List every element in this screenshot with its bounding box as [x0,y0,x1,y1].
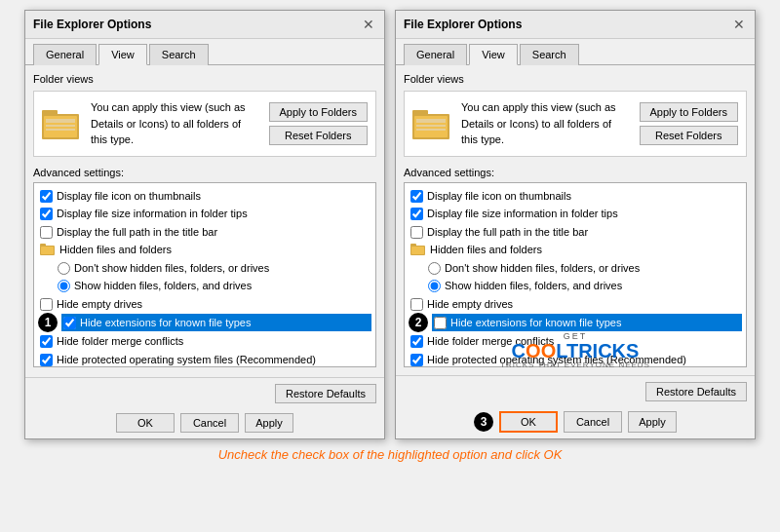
right-folder-views-label: Folder views [404,73,747,85]
right-folder-views-text: You can apply this view (such as Details… [461,99,630,148]
right-setting-label-6: Hide empty drives [427,296,513,313]
left-reset-folders-button[interactable]: Reset Folders [269,126,368,145]
bottom-caption: Uncheck the check box of the highlighted… [10,447,770,462]
left-radio-0[interactable] [58,262,70,275]
right-check-1[interactable] [410,208,423,220]
left-setting-6: Hide empty drives [38,295,371,314]
left-titlebar: File Explorer Options ✕ [25,11,384,39]
right-body: Folder views You can apply this view (su… [396,65,755,375]
right-radio-label-0: Don't show hidden files, folders, or dri… [445,260,640,277]
left-setting-label-0: Display file icon on thumbnails [57,188,201,205]
right-close-button[interactable]: ✕ [731,17,747,32]
right-title: File Explorer Options [404,18,522,31]
left-setting-label-2: Display the full path in the title bar [57,224,217,241]
right-radio-label-1: Show hidden files, folders, and drives [445,278,622,294]
svg-rect-14 [416,129,446,131]
svg-rect-5 [46,129,75,131]
left-setting-label-6: Hide empty drives [57,296,142,313]
left-title: File Explorer Options [33,18,151,31]
left-apply-folders-button[interactable]: Apply to Folders [269,102,368,122]
left-step1-row: 1 Hide extensions for known file types [38,313,371,332]
left-setting-radio-0: Don't show hidden files, folders, or dri… [38,259,371,278]
right-bottom-buttons: 3 OK Cancel Apply [396,407,755,438]
left-tab-general[interactable]: General [33,44,97,65]
left-apply-button[interactable]: Apply [245,413,293,433]
svg-rect-17 [411,247,424,254]
svg-rect-16 [410,244,416,247]
right-folder-group-icon [410,242,426,257]
right-ok-button[interactable]: OK [499,411,558,433]
left-setting-radio-1: Show hidden files, folders, and drives [38,277,371,295]
left-close-button[interactable]: ✕ [361,17,376,32]
right-step3-badge: 3 [474,412,493,432]
left-footer: Restore Defaults [25,377,384,409]
svg-rect-12 [416,119,446,123]
right-dialog: File Explorer Options ✕ General View Sea… [395,10,756,439]
left-tab-view[interactable]: View [98,44,147,65]
right-apply-folders-button[interactable]: Apply to Folders [640,102,738,122]
left-folder-views-text: You can apply this view (such as Details… [91,99,259,148]
logo-main: COOLTRICKS [500,341,650,361]
left-folder-group-icon [40,242,56,257]
right-footer: Restore Defaults [396,375,755,407]
right-restore-defaults-button[interactable]: Restore Defaults [645,382,747,401]
left-tabs: General View Search [25,39,384,65]
right-radio-0[interactable] [428,262,441,275]
svg-rect-1 [42,110,58,116]
right-check-6[interactable] [410,298,423,311]
left-check-0[interactable] [40,190,53,203]
right-step2-row: 2 Hide extensions for known file types [409,313,742,332]
right-setting-6: Hide empty drives [409,295,742,314]
left-setting-label-9: Hide protected operating system files (R… [57,352,316,367]
right-folder-views-buttons: Apply to Folders Reset Folders [640,102,738,145]
left-folder-views-buttons: Apply to Folders Reset Folders [269,102,368,145]
right-advanced-label: Advanced settings: [404,167,747,178]
left-cancel-button[interactable]: Cancel [180,413,239,433]
svg-rect-10 [412,110,428,116]
left-setting-1: Display file size information in folder … [38,205,371,223]
left-advanced-label: Advanced settings: [33,167,376,178]
right-cancel-button[interactable]: Cancel [564,411,622,433]
left-setting-2: Display the full path in the title bar [38,223,371,242]
right-tab-view[interactable]: View [469,44,518,65]
right-check-7[interactable] [434,317,447,329]
right-folder-views-section: You can apply this view (such as Details… [404,91,747,157]
left-tab-search[interactable]: Search [149,44,209,65]
right-step2-badge: 2 [409,313,428,332]
left-folder-views-label: Folder views [33,73,376,85]
left-setting-8: Hide folder merge conflicts [38,332,371,351]
right-tab-search[interactable]: Search [520,44,579,65]
left-check-9[interactable] [40,354,53,366]
right-tab-general[interactable]: General [404,44,467,65]
left-ok-button[interactable]: OK [116,413,175,433]
left-body: Folder views You can apply this view (su… [25,65,384,377]
left-dialog: File Explorer Options ✕ General View Sea… [24,10,385,439]
right-apply-button[interactable]: Apply [628,411,677,433]
right-setting-label-2: Display the full path in the title bar [427,224,588,241]
left-setting-group: Hidden files and folders [38,241,371,259]
right-check-0[interactable] [410,190,423,203]
right-check-9[interactable] [410,354,423,366]
left-radio-label-1: Show hidden files, folders, and drives [74,278,252,294]
left-restore-defaults-button[interactable]: Restore Defaults [275,384,376,403]
left-advanced-section: Advanced settings: Display file icon on … [33,167,376,367]
right-reset-folders-button[interactable]: Reset Folders [640,126,738,145]
right-radio-1[interactable] [428,280,441,292]
left-radio-1[interactable] [58,280,70,292]
left-bottom-buttons: OK Cancel Apply [25,409,384,438]
left-setting-7: Hide extensions for known file types [61,314,371,332]
right-check-2[interactable] [410,226,423,239]
left-check-2[interactable] [40,226,53,239]
left-setting-9: Hide protected operating system files (R… [38,351,371,367]
left-check-7[interactable] [63,317,76,329]
left-setting-0: Display file icon on thumbnails [38,187,371,206]
logo-overlay: GET COOLTRICKS TRICKS THAT EVERYONE NEED… [500,331,650,369]
left-check-8[interactable] [40,335,53,348]
right-folder-icon [412,106,451,141]
left-check-1[interactable] [40,208,53,220]
left-check-6[interactable] [40,298,53,311]
left-group-label: Hidden files and folders [59,242,172,258]
right-setting-label-1: Display file size information in folder … [427,206,618,222]
right-group-label: Hidden files and folders [430,242,542,258]
right-check-8[interactable] [410,335,423,348]
